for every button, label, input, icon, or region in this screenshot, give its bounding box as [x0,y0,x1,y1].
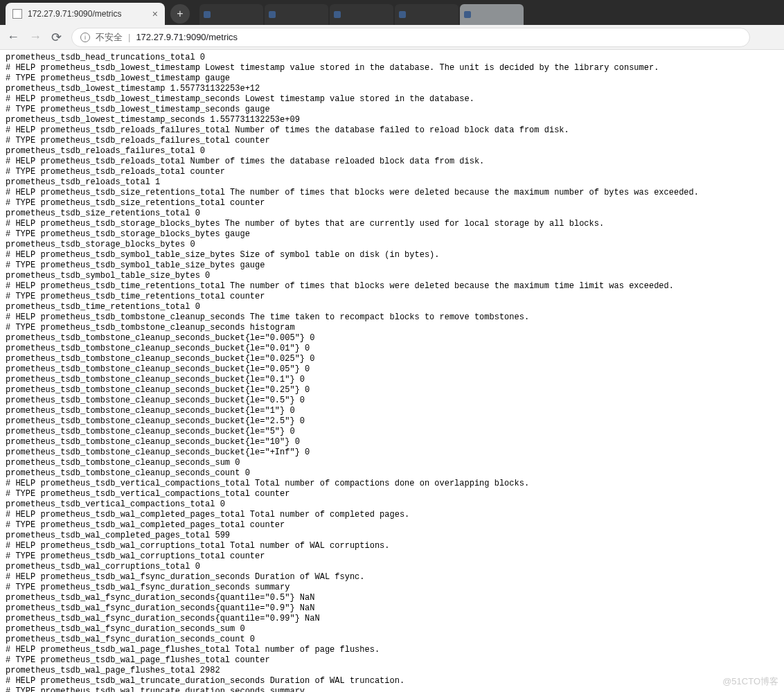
back-button[interactable]: ← [7,30,19,44]
background-tab[interactable] [395,4,458,25]
close-tab-icon[interactable]: × [152,8,158,19]
background-window-tabs [199,4,524,25]
background-tab[interactable] [330,4,393,25]
tab-title: 172.27.9.71:9090/metrics [28,9,147,19]
browser-toolbar: ← → ⟳ i 不安全 | 172.27.9.71:9090/metrics [0,25,784,50]
security-warning: 不安全 [96,31,123,44]
forward-button[interactable]: → [29,30,42,44]
favicon-icon [399,11,406,18]
new-tab-button[interactable]: + [170,4,190,24]
favicon-icon [204,11,211,18]
background-tab[interactable] [460,4,524,25]
watermark: @51CTO博客 [722,675,778,688]
separator: | [128,32,130,42]
active-tab[interactable]: 172.27.9.71:9090/metrics × [6,3,165,25]
url-text: 172.27.9.71:9090/metrics [136,32,238,42]
background-tab[interactable] [265,4,328,25]
favicon-icon [334,11,341,18]
site-info-icon[interactable]: i [80,33,90,42]
favicon-icon [269,11,276,18]
browser-window: 172.27.9.71:9090/metrics × + ← → ⟳ i 不安全… [0,0,784,692]
tab-strip: 172.27.9.71:9090/metrics × + [0,0,784,25]
page-favicon-icon [12,9,22,19]
reload-button[interactable]: ⟳ [51,30,62,45]
address-bar[interactable]: i 不安全 | 172.27.9.71:9090/metrics [71,28,750,47]
metrics-output: prometheus_tsdb_head_truncations_total 0… [0,50,784,692]
background-tab[interactable] [199,4,263,25]
favicon-icon [464,11,471,18]
